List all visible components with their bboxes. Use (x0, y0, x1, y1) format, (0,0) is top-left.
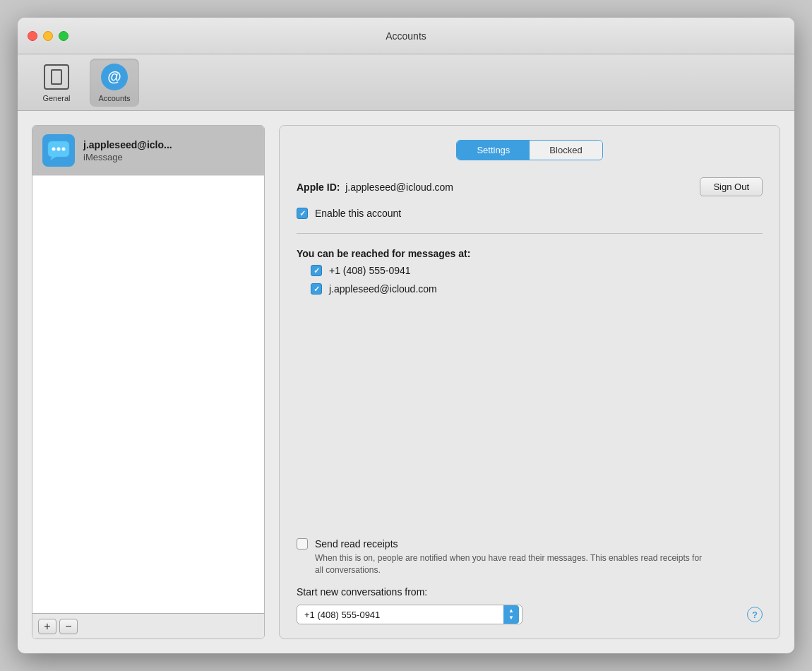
sidebar-toolbar: + − (32, 613, 264, 639)
phone-checkbox[interactable] (311, 265, 322, 276)
titlebar: Accounts (18, 18, 794, 54)
phone-reach-row[interactable]: +1 (408) 555-0941 (311, 265, 763, 276)
reach-section: You can be reached for messages at: +1 (… (297, 248, 763, 295)
segmented-control: Settings Blocked (456, 140, 602, 160)
account-item[interactable]: j.appleseed@iclо... iMessage (32, 126, 264, 176)
svg-point-2 (57, 148, 61, 151)
phone-number: +1 (408) 555-0941 (329, 265, 411, 276)
toolbar: General @ Accounts (18, 54, 794, 111)
send-read-checkbox[interactable] (297, 538, 308, 550)
account-info: j.appleseed@iclо... iMessage (83, 139, 172, 162)
avatar (42, 134, 75, 167)
dropdown-value: +1 (408) 555-0941 (304, 610, 380, 620)
close-button[interactable] (28, 31, 37, 41)
apple-id-bold: Apple ID: (297, 182, 340, 193)
general-icon-container (42, 63, 71, 91)
apple-id-value: j.appleseed@icloud.com (345, 182, 453, 193)
dropdown-row: +1 (408) 555-0941 ▲ ▼ ? (297, 605, 763, 624)
arrow-down-icon: ▼ (508, 615, 514, 621)
apple-id-label: Apple ID: j.appleseed@icloud.com (297, 182, 453, 193)
settings-tab[interactable]: Settings (457, 141, 530, 160)
minimize-button[interactable] (43, 31, 53, 41)
accounts-icon: @ (101, 64, 128, 90)
send-read-row: Send read receipts When this is on, peop… (297, 538, 763, 576)
window-title: Accounts (386, 30, 426, 42)
enable-account-label: Enable this account (315, 208, 401, 219)
arrow-up-icon: ▲ (508, 608, 514, 614)
general-label: General (42, 94, 70, 102)
accounts-label: Accounts (98, 94, 130, 102)
spacer (297, 306, 763, 527)
main-content: j.appleseed@iclо... iMessage + − Setting… (18, 111, 794, 653)
svg-point-1 (52, 148, 56, 151)
reach-items: +1 (408) 555-0941 j.appleseed@icloud.com (297, 265, 763, 295)
divider-1 (297, 233, 763, 234)
start-conversations-label: Start new conversations from: (297, 586, 763, 598)
enable-account-row[interactable]: Enable this account (297, 208, 763, 219)
toolbar-accounts[interactable]: @ Accounts (90, 59, 139, 107)
right-panel: Settings Blocked Apple ID: j.appleseed@i… (279, 125, 780, 639)
email-reach-row[interactable]: j.appleseed@icloud.com (311, 283, 763, 295)
send-read-desc: When this is on, people are notified whe… (315, 552, 710, 576)
send-read-label: Send read receipts (315, 538, 710, 550)
send-read-text: Send read receipts When this is on, peop… (315, 538, 710, 576)
reach-email: j.appleseed@icloud.com (329, 283, 437, 295)
maximize-button[interactable] (59, 31, 68, 41)
email-checkbox[interactable] (311, 283, 322, 295)
general-icon (44, 64, 69, 90)
dropdown-arrows-icon: ▲ ▼ (503, 605, 519, 624)
apple-id-row: Apple ID: j.appleseed@icloud.com Sign Ou… (297, 177, 763, 196)
window-controls (28, 31, 68, 41)
imessage-icon (47, 141, 70, 160)
help-button[interactable]: ? (747, 607, 763, 622)
start-from-dropdown[interactable]: +1 (408) 555-0941 ▲ ▼ (297, 605, 523, 624)
accounts-icon-container: @ (100, 63, 129, 91)
accounts-list: j.appleseed@iclо... iMessage (32, 126, 264, 613)
account-type: iMessage (83, 152, 172, 162)
remove-account-button[interactable]: − (59, 619, 78, 634)
enable-account-checkbox[interactable] (297, 208, 308, 219)
reach-heading: You can be reached for messages at: (297, 248, 763, 259)
add-account-button[interactable]: + (38, 619, 56, 634)
bottom-section: Send read receipts When this is on, peop… (297, 538, 763, 624)
toolbar-general[interactable]: General (32, 59, 81, 107)
account-email: j.appleseed@iclо... (83, 139, 172, 150)
sign-out-button[interactable]: Sign Out (700, 177, 763, 196)
window: Accounts General @ Accounts (18, 18, 794, 653)
accounts-sidebar: j.appleseed@iclо... iMessage + − (32, 125, 265, 639)
blocked-tab[interactable]: Blocked (530, 141, 602, 160)
svg-point-3 (62, 148, 66, 151)
